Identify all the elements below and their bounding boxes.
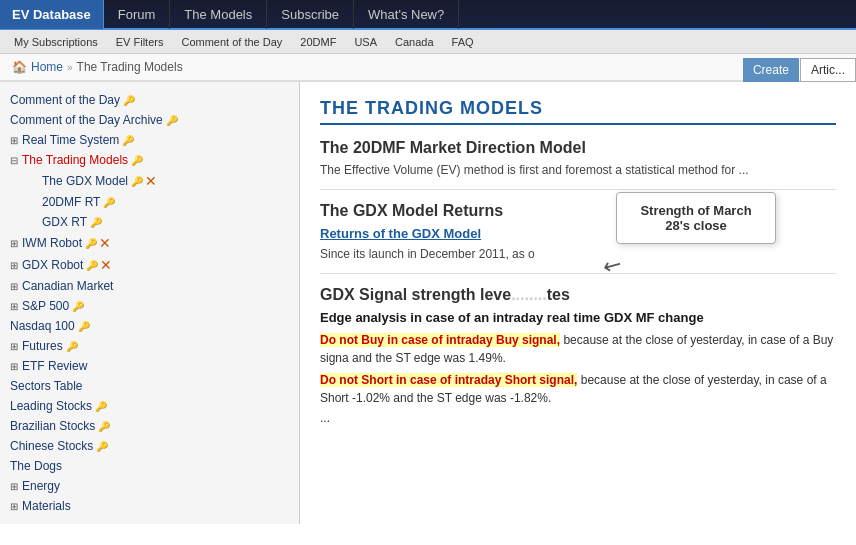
page-title: THE TRADING MODELS — [320, 98, 836, 125]
sidebar-item-canadian-market[interactable]: ⊞ Canadian Market — [0, 276, 299, 296]
sidebar-label: Sectors Table — [10, 379, 83, 393]
lock-icon: 🔑 — [95, 401, 107, 412]
lock-icon: 🔑 — [123, 95, 135, 106]
section-20dmf: The 20DMF Market Direction Model The Eff… — [320, 139, 836, 177]
lock-icon: 🔑 — [122, 135, 134, 146]
sidebar-item-trading-models[interactable]: ⊟ The Trading Models 🔑 — [0, 150, 299, 170]
section-gdx-returns: The GDX Model Returns Returns of the GDX… — [320, 202, 836, 261]
sidebar-item-the-dogs[interactable]: The Dogs — [0, 456, 299, 476]
sidebar-label: Brazilian Stocks — [10, 419, 95, 433]
cross-icon: ✕ — [100, 257, 112, 273]
sidebar-label: Futures — [22, 339, 63, 353]
sidebar-label: Comment of the Day — [10, 93, 120, 107]
sidebar-label: IWM Robot — [22, 236, 82, 250]
sidebar-label: The GDX Model — [42, 174, 128, 188]
sidebar-item-iwm-robot[interactable]: ⊞ IWM Robot 🔑 ✕ — [0, 232, 299, 254]
sidebar-item-nasdaq100[interactable]: Nasdaq 100 🔑 — [0, 316, 299, 336]
sidebar-label: Comment of the Day Archive — [10, 113, 163, 127]
sidebar-label: GDX RT — [42, 215, 87, 229]
article-button[interactable]: Artic... — [800, 58, 856, 82]
sec-nav-subscriptions[interactable]: My Subscriptions — [6, 34, 106, 50]
sidebar-label: ETF Review — [22, 359, 87, 373]
edge-title: Edge analysis in case of an intraday rea… — [320, 310, 836, 325]
secondary-navigation: My Subscriptions EV Filters Comment of t… — [0, 30, 856, 54]
sidebar-label: The Trading Models — [22, 153, 128, 167]
main-content: THE TRADING MODELS The 20DMF Market Dire… — [300, 82, 856, 524]
cross-icon: ✕ — [145, 173, 157, 189]
breadcrumb-home-link[interactable]: Home — [31, 60, 63, 74]
sidebar-label: Leading Stocks — [10, 399, 92, 413]
expand-icon: ⊞ — [10, 301, 18, 312]
nav-whats-new[interactable]: What's New? — [354, 0, 459, 29]
lock-icon: 🔑 — [66, 341, 78, 352]
sidebar-item-energy[interactable]: ⊞ Energy — [0, 476, 299, 496]
sidebar-item-etf-review[interactable]: ⊞ ETF Review — [0, 356, 299, 376]
lock-icon: 🔑 — [131, 176, 143, 187]
sidebar-label: Materials — [22, 499, 71, 513]
edge-short-text: Do not Short in case of intraday Short s… — [320, 371, 836, 407]
sidebar-item-futures[interactable]: ⊞ Futures 🔑 — [0, 336, 299, 356]
sidebar-label: Nasdaq 100 — [10, 319, 75, 333]
section1-title: The 20DMF Market Direction Model — [320, 139, 836, 157]
sidebar-item-sp500[interactable]: ⊞ S&P 500 🔑 — [0, 296, 299, 316]
breadcrumb-separator: » — [67, 62, 73, 73]
sec-nav-20dmf[interactable]: 20DMF — [292, 34, 344, 50]
expand-icon: ⊞ — [10, 238, 18, 249]
expand-icon: ⊞ — [10, 260, 18, 271]
lock-icon: 🔑 — [166, 115, 178, 126]
lock-icon: 🔑 — [72, 301, 84, 312]
nav-models[interactable]: The Models — [170, 0, 267, 29]
sidebar-label: S&P 500 — [22, 299, 69, 313]
top-nav: EV Database Forum The Models Subscribe W… — [0, 0, 856, 524]
sidebar-item-materials[interactable]: ⊞ Materials — [0, 496, 299, 516]
lock-icon: 🔑 — [96, 441, 108, 452]
sidebar-item-brazilian-stocks[interactable]: Brazilian Stocks 🔑 — [0, 416, 299, 436]
edge-buy-text: Do not Buy in case of intraday Buy signa… — [320, 331, 836, 367]
sec-nav-faq[interactable]: FAQ — [444, 34, 482, 50]
lock-icon: 🔑 — [86, 260, 98, 271]
breadcrumb-home-icon: 🏠 — [12, 60, 27, 74]
sidebar-item-chinese-stocks[interactable]: Chinese Stocks 🔑 — [0, 436, 299, 456]
sidebar-item-comment-archive[interactable]: Comment of the Day Archive 🔑 — [0, 110, 299, 130]
sec-nav-comment[interactable]: Comment of the Day — [173, 34, 290, 50]
nav-subscribe[interactable]: Subscribe — [267, 0, 354, 29]
lock-icon: 🔑 — [78, 321, 90, 332]
callout-text: Strength of March 28's close — [640, 203, 751, 233]
lock-icon: 🔑 — [90, 217, 102, 228]
section2-text: Since its launch in December 2011, as o — [320, 247, 836, 261]
sidebar-item-gdx-rt[interactable]: GDX RT 🔑 — [16, 212, 299, 232]
expand-icon: ⊞ — [10, 135, 18, 146]
divider-2 — [320, 273, 836, 274]
sidebar-label: 20DMF RT — [42, 195, 100, 209]
breadcrumb-current: The Trading Models — [77, 60, 183, 74]
sidebar: Comment of the Day 🔑 Comment of the Day … — [0, 82, 300, 524]
callout-box: Strength of March 28's close — [616, 192, 776, 244]
expand-icon: ⊞ — [10, 361, 18, 372]
create-button[interactable]: Create — [743, 58, 799, 82]
expand-icon: ⊞ — [10, 341, 18, 352]
sidebar-item-comment-of-day[interactable]: Comment of the Day 🔑 — [0, 90, 299, 110]
sidebar-item-gdx-model[interactable]: The GDX Model 🔑 ✕ — [16, 170, 299, 192]
main-navigation: EV Database Forum The Models Subscribe W… — [0, 0, 856, 30]
section3-title: GDX Signal strength leve........tes — [320, 286, 836, 304]
sidebar-item-gdx-robot[interactable]: ⊞ GDX Robot 🔑 ✕ — [0, 254, 299, 276]
dots: ... — [320, 411, 836, 425]
sec-nav-filters[interactable]: EV Filters — [108, 34, 172, 50]
sidebar-item-real-time[interactable]: ⊞ Real Time System 🔑 — [0, 130, 299, 150]
sidebar-label: Real Time System — [22, 133, 119, 147]
sidebar-label: Chinese Stocks — [10, 439, 93, 453]
sec-nav-canada[interactable]: Canada — [387, 34, 442, 50]
sec-nav-usa[interactable]: USA — [346, 34, 385, 50]
lock-icon: 🔑 — [131, 155, 143, 166]
sidebar-item-20dmf-rt[interactable]: 20DMF RT 🔑 — [16, 192, 299, 212]
main-layout: Comment of the Day 🔑 Comment of the Day … — [0, 82, 856, 524]
site-logo[interactable]: EV Database — [0, 0, 104, 29]
sidebar-item-leading-stocks[interactable]: Leading Stocks 🔑 — [0, 396, 299, 416]
sidebar-label: GDX Robot — [22, 258, 83, 272]
section-gdx-signal: GDX Signal strength leve........tes Edge… — [320, 286, 836, 425]
expand-icon: ⊞ — [10, 281, 18, 292]
sidebar-item-sectors-table[interactable]: Sectors Table — [0, 376, 299, 396]
expand-icon: ⊞ — [10, 501, 18, 512]
divider-1 — [320, 189, 836, 190]
nav-forum[interactable]: Forum — [104, 0, 171, 29]
